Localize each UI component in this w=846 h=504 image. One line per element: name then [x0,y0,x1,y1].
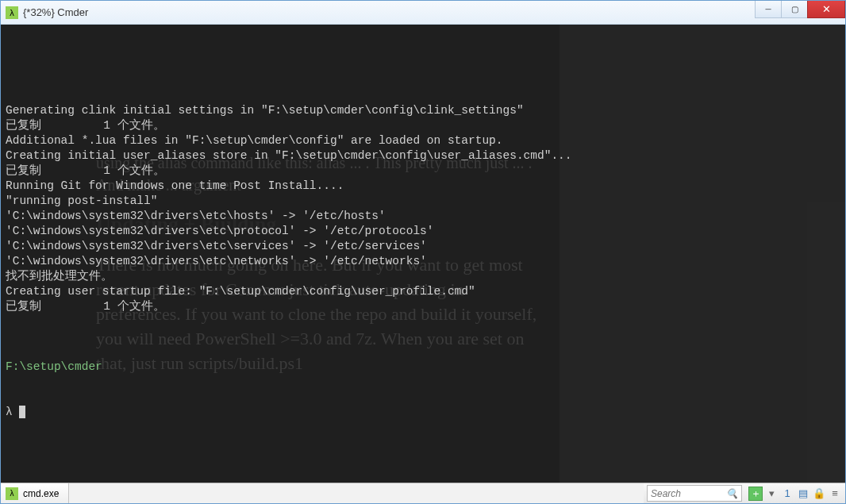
terminal-line: 找不到批处理文件。 [6,269,840,284]
status-icons: ＋ ▾ 1 ▤ 🔒 ≡ [745,483,845,503]
terminal-line: Creating user startup file: "F:\setup\cm… [6,284,840,299]
menu-button[interactable]: ≡ [828,487,842,501]
terminal-line [6,314,840,329]
status-spacer [69,483,644,503]
dropdown-button[interactable]: ▾ [764,487,779,501]
terminal-area[interactable]: using the alias command like this: alias… [1,25,845,483]
search-icon[interactable]: 🔍 [726,488,738,499]
prompt-symbol: λ [6,406,13,418]
bg-file-item: bin [752,29,839,44]
window-controls: ─ ▢ ✕ [756,1,845,18]
search-box[interactable]: 🔍 [647,485,742,502]
terminal-line: Additional *.lua files in "F:\setup\cmde… [6,133,840,148]
terminal-line: Creating initial user_aliases store in "… [6,148,840,164]
terminal-line: 'C:\windows\system32\drivers\etc\service… [6,239,840,254]
terminal-output: Generating clink initial settings in "F:… [6,73,840,450]
minimize-button[interactable]: ─ [755,1,782,18]
tile-button[interactable]: ▤ [796,487,810,501]
terminal-line: 'C:\windows\system32\drivers\etc\hosts' … [6,209,840,224]
titlebar[interactable]: λ {*32%} Cmder ─ ▢ ✕ [1,1,845,25]
cmder-window: λ {*32%} Cmder ─ ▢ ✕ using the alias com… [0,0,846,504]
terminal-line: 已复制 1 个文件。 [6,164,840,179]
window-title: {*32%} Cmder [23,6,845,18]
app-icon: λ [6,6,18,19]
statusbar: λ cmd.exe 🔍 ＋ ▾ 1 ▤ 🔒 ≡ [1,483,845,503]
bg-nav-item: 本地磁盘 (G:) [567,456,837,471]
terminal-line: 已复制 1 个文件。 [6,299,840,314]
bg-nav-item: CD 驱动器 (I:) [567,476,837,483]
console-tab[interactable]: λ cmd.exe [1,483,69,503]
search-input[interactable] [651,488,714,499]
console-count[interactable]: 1 [780,487,794,501]
new-console-button[interactable]: ＋ [748,487,763,501]
terminal-line: Running Git for Windows one time Post In… [6,179,840,194]
prompt-path: F:\setup\cmder [6,360,102,373]
terminal-line: "running post-install" [6,194,840,209]
maximize-button[interactable]: ▢ [781,1,808,18]
cursor [19,406,25,418]
close-button[interactable]: ✕ [807,1,845,18]
terminal-line: 'C:\windows\system32\drivers\etc\network… [6,254,840,269]
terminal-line: Generating clink initial settings in "F:… [6,103,840,118]
lock-icon[interactable]: 🔒 [812,487,826,501]
tab-icon: λ [6,487,18,500]
terminal-line: 已复制 1 个文件。 [6,118,840,133]
bg-file-item: config [752,49,839,64]
terminal-line: 'C:\windows\system32\drivers\etc\protoco… [6,224,840,239]
tab-label: cmd.exe [23,488,59,499]
